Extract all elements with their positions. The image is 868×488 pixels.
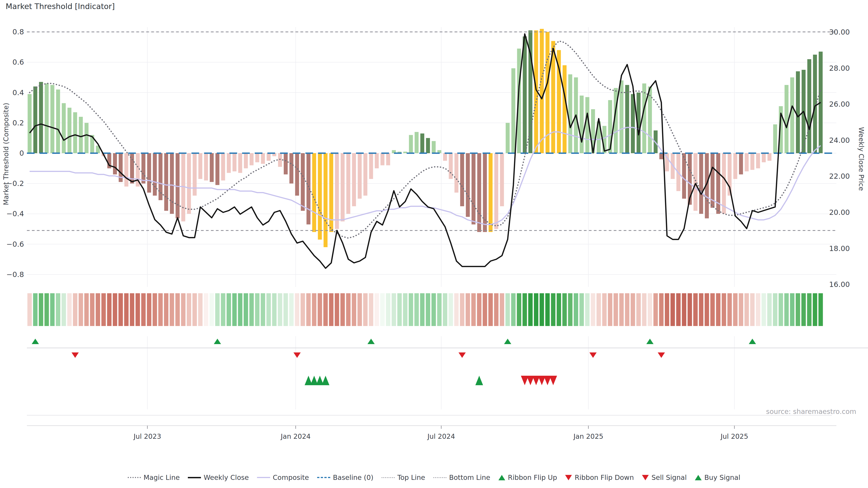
ribbon-bar (176, 293, 180, 326)
ribbon-bar (551, 293, 555, 326)
ribbon-bar (545, 293, 550, 326)
tick-label: 0 (20, 149, 24, 158)
ribbon-bar (312, 293, 316, 326)
ribbon-bar (272, 293, 277, 326)
ribbon-bar (539, 293, 544, 326)
ribbon-bar (358, 293, 362, 326)
ribbon-bar (722, 293, 726, 326)
ribbon-bar (215, 293, 220, 326)
composite-bar (204, 153, 208, 181)
gridlines (27, 27, 836, 410)
ribbon-bar (596, 293, 601, 326)
ribbon-bar (170, 293, 174, 326)
x-tick-label: Jul 2025 (720, 432, 748, 440)
composite-bar (51, 85, 55, 153)
ribbon-bar (733, 293, 738, 326)
ribbon-bar (767, 293, 772, 326)
composite-bar (244, 153, 248, 168)
ribbon-bar (340, 293, 345, 326)
ribbon-bar (192, 293, 197, 326)
ribbon-bar (61, 293, 66, 326)
composite-bar (227, 153, 231, 173)
composite-bar (426, 138, 430, 153)
ribbon-bar (648, 293, 652, 326)
legend-item-label: Sell Signal (651, 474, 687, 482)
ribbon-bar (796, 293, 800, 326)
composite-bar (733, 153, 737, 179)
composite-bar (773, 125, 777, 153)
composite-bar (380, 153, 384, 165)
ribbon-bar (181, 293, 186, 326)
ribbon-bar (33, 293, 37, 326)
ribbon-bar (505, 293, 510, 326)
legend-item-label: Weekly Close (204, 474, 249, 482)
ribbon-bar (568, 293, 572, 326)
ribbon-bar (255, 293, 259, 326)
composite-bar (563, 65, 567, 153)
composite-bar (73, 112, 77, 153)
ribbon-bar (614, 293, 618, 326)
composite-bar (62, 103, 66, 153)
dot-gray2-icon (433, 477, 446, 478)
ribbon-bar (716, 293, 721, 326)
ribbon-bar (773, 293, 777, 326)
composite-bar (28, 94, 32, 153)
ribbon-bar (653, 293, 658, 326)
ribbon-bar (27, 293, 32, 326)
ribbon-bar (579, 293, 584, 326)
ribbon-flip-up-marker (214, 339, 221, 344)
weekly-close-line (30, 34, 821, 268)
tick-label: 26.00 (829, 100, 850, 108)
composite-bar (756, 153, 760, 168)
composite-bar (210, 153, 214, 182)
ribbon-bar (306, 293, 311, 326)
composite-bar (620, 80, 624, 153)
ribbon-bar (585, 293, 590, 326)
x-tick-label: Jul 2024 (427, 432, 455, 440)
composite-bar (813, 55, 817, 153)
ribbon-bar (267, 293, 271, 326)
legend-item-label: Magic Line (144, 474, 180, 482)
ribbon-bar (221, 293, 225, 326)
market-threshold-figure: Market Threshold [Indicator] 0.80.60.40.… (0, 0, 868, 488)
composite-bar (500, 153, 504, 206)
ribbon-bar (301, 293, 305, 326)
ribbon-bar (44, 293, 49, 326)
ribbon-bar (659, 293, 664, 326)
ribbon-flip-up-marker (504, 339, 511, 344)
composite-bar (142, 153, 146, 184)
ribbon-bar (602, 293, 607, 326)
ribbon-bar (454, 293, 459, 326)
ribbon-bar (289, 293, 293, 326)
ribbon-bar (574, 293, 578, 326)
legend-item-label: Composite (273, 474, 309, 482)
ribbon-flip-down-marker (658, 352, 665, 358)
ribbon-bar (84, 293, 89, 326)
tick-label: 18.00 (829, 244, 850, 253)
composite-bar (85, 123, 89, 153)
composite-bar (511, 68, 515, 153)
composite-bar (642, 84, 646, 153)
tick-label: −0.4 (6, 209, 24, 218)
composite-bar (67, 108, 71, 153)
tick-label: 0.4 (12, 88, 24, 97)
ribbon-bar (745, 293, 749, 326)
ribbon-bar (141, 293, 146, 326)
ribbon-bar (295, 293, 300, 326)
ribbon-bar (500, 293, 504, 326)
ribbon-bar (113, 293, 117, 326)
composite-bar (386, 153, 390, 165)
ribbon-bar (779, 293, 783, 326)
composite-bar (193, 153, 197, 196)
ribbon-bar (226, 293, 231, 326)
ribbon-bar (96, 293, 100, 326)
line-black-icon (188, 477, 201, 478)
ribbon-bar (608, 293, 612, 326)
ribbon-bar (750, 293, 755, 326)
ribbon-bar (352, 293, 356, 326)
tick-label: 20.00 (829, 208, 850, 217)
composite-bar (557, 50, 561, 153)
line-purple-icon (257, 477, 270, 478)
source-credit: source: sharemaestro.com (766, 408, 856, 416)
ribbon-bar (705, 293, 709, 326)
